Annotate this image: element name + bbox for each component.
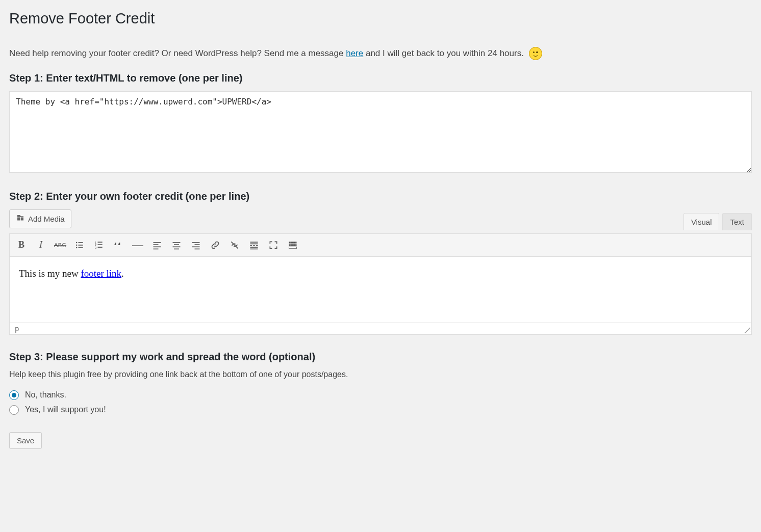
- intro-text: Need help removing your footer credit? O…: [9, 47, 752, 60]
- radio-no[interactable]: [9, 390, 19, 400]
- svg-rect-22: [195, 244, 200, 245]
- svg-rect-35: [293, 242, 295, 243]
- intro-prefix: Need help removing your footer credit? O…: [9, 48, 346, 58]
- radio-yes-label: Yes, I will support you!: [25, 405, 106, 414]
- support-option-no[interactable]: No, thanks.: [9, 390, 752, 400]
- svg-rect-34: [291, 242, 293, 243]
- editor-wrap: Visual Text B I ABC 123 —: [9, 233, 752, 335]
- svg-rect-41: [289, 247, 297, 248]
- svg-point-3: [76, 244, 78, 246]
- radio-yes[interactable]: [9, 405, 19, 415]
- svg-text:3: 3: [95, 246, 96, 249]
- svg-rect-40: [295, 244, 297, 246]
- svg-rect-33: [289, 242, 291, 243]
- svg-rect-28: [250, 245, 252, 246]
- radio-no-label: No, thanks.: [25, 390, 66, 400]
- unlink-button[interactable]: [225, 236, 244, 254]
- align-center-button[interactable]: [167, 236, 186, 254]
- bold-button[interactable]: B: [12, 236, 31, 254]
- page-title: Remove Footer Credit: [9, 9, 752, 29]
- horizontal-rule-button[interactable]: —: [128, 236, 147, 254]
- step3-help: Help keep this plugin free by providing …: [9, 370, 752, 379]
- add-media-label: Add Media: [28, 215, 65, 223]
- editor-toolbar: B I ABC 123 —: [9, 233, 752, 257]
- svg-rect-18: [174, 244, 179, 245]
- svg-rect-23: [192, 246, 200, 247]
- intro-suffix: and I will get back to you within 24 hou…: [363, 48, 524, 58]
- bullet-list-button[interactable]: [70, 236, 89, 254]
- svg-rect-32: [250, 248, 258, 249]
- strikethrough-button[interactable]: ABC: [50, 236, 70, 254]
- svg-rect-14: [154, 244, 159, 245]
- remove-text-input[interactable]: [9, 91, 752, 173]
- editor-status-bar: p: [9, 323, 752, 335]
- numbered-list-button[interactable]: 123: [89, 236, 109, 254]
- svg-rect-36: [295, 242, 297, 243]
- toolbar-toggle-button[interactable]: [283, 236, 302, 254]
- svg-rect-38: [291, 244, 293, 246]
- editor-text-prefix: This is my new: [19, 268, 81, 279]
- svg-rect-27: [250, 243, 258, 244]
- svg-rect-29: [253, 245, 255, 246]
- svg-rect-21: [192, 242, 200, 243]
- svg-rect-4: [79, 245, 83, 246]
- italic-button[interactable]: I: [31, 236, 50, 254]
- svg-rect-2: [79, 242, 83, 243]
- svg-point-5: [76, 247, 78, 248]
- svg-rect-8: [98, 242, 103, 243]
- editor-path: p: [15, 325, 19, 333]
- editor-content[interactable]: This is my new footer link.: [9, 257, 752, 323]
- svg-rect-26: [250, 242, 258, 243]
- align-right-button[interactable]: [186, 236, 206, 254]
- svg-rect-39: [293, 244, 295, 246]
- tab-text[interactable]: Text: [722, 213, 752, 230]
- svg-rect-13: [154, 242, 161, 243]
- smiley-icon: [529, 47, 542, 60]
- svg-rect-30: [256, 245, 258, 246]
- svg-rect-10: [98, 244, 103, 245]
- svg-rect-20: [174, 248, 179, 249]
- svg-rect-16: [154, 248, 159, 249]
- svg-rect-19: [173, 246, 181, 247]
- blockquote-button[interactable]: [109, 236, 128, 254]
- step2-heading: Step 2: Enter your own footer credit (on…: [9, 191, 752, 202]
- svg-rect-12: [98, 247, 103, 248]
- editor-tabs: Visual Text: [683, 213, 752, 230]
- fullscreen-button[interactable]: [264, 236, 283, 254]
- svg-point-0: [18, 219, 19, 220]
- intro-link[interactable]: here: [346, 48, 363, 58]
- resize-grip-icon[interactable]: [744, 327, 750, 333]
- media-icon: [16, 214, 25, 224]
- save-button[interactable]: Save: [9, 432, 42, 449]
- svg-rect-24: [195, 248, 200, 249]
- svg-rect-17: [173, 242, 181, 243]
- svg-point-1: [76, 242, 78, 243]
- editor-link[interactable]: footer link: [81, 268, 121, 279]
- link-button[interactable]: [206, 236, 225, 254]
- svg-rect-15: [154, 246, 161, 247]
- support-option-yes[interactable]: Yes, I will support you!: [9, 405, 752, 415]
- align-left-button[interactable]: [147, 236, 167, 254]
- add-media-button[interactable]: Add Media: [9, 209, 71, 228]
- read-more-button[interactable]: [244, 236, 264, 254]
- step1-heading: Step 1: Enter text/HTML to remove (one p…: [9, 72, 752, 84]
- tab-visual[interactable]: Visual: [683, 213, 720, 230]
- svg-rect-31: [250, 247, 258, 248]
- svg-rect-37: [289, 244, 291, 246]
- svg-rect-6: [79, 247, 83, 248]
- editor-text-suffix: .: [121, 268, 124, 279]
- step3-heading: Step 3: Please support my work and sprea…: [9, 351, 752, 363]
